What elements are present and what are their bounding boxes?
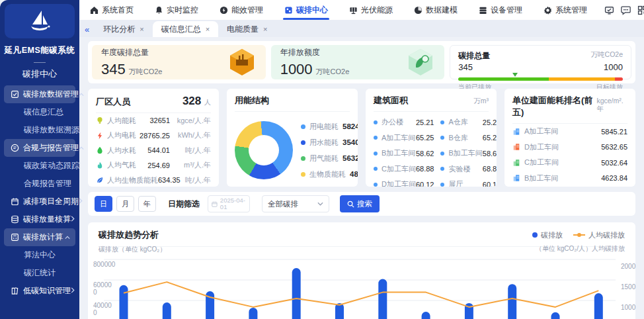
device-icon	[479, 6, 487, 15]
legend-dot-icon	[301, 140, 305, 145]
rank-value: 5032.64	[601, 159, 627, 167]
building-label: A加工车间	[382, 133, 416, 143]
period-button-日[interactable]: 日	[95, 196, 112, 212]
building-label: B仓库	[448, 133, 482, 143]
donut-legend-item-0[interactable]: 用电能耗58242kWh	[301, 118, 358, 134]
carbon-icon	[284, 6, 293, 15]
chat-icon-button[interactable]	[621, 4, 631, 16]
building-icon	[512, 143, 520, 151]
sidebar-subitem-4-0[interactable]: 算法中心	[0, 246, 79, 264]
bar-month-5[interactable]	[292, 268, 301, 319]
period-button-月[interactable]: 月	[116, 196, 134, 212]
donut-legend-item-2[interactable]: 用气能耗5632m³	[301, 150, 358, 166]
current-emission-value: 345	[458, 62, 473, 72]
donut-legend-item-1[interactable]: 用水能耗3540吨	[301, 134, 358, 150]
sidebar-subitem-1-0[interactable]: 碳政策动态跟踪	[0, 157, 79, 175]
sidebar-item-label: 碳排放计算	[23, 232, 65, 243]
building-label: B加工车间	[448, 148, 482, 158]
layout-icon-button[interactable]	[637, 4, 644, 16]
building-cell-6: C加工车间68.88	[374, 161, 434, 177]
staff-row-value: 634.35	[158, 176, 181, 184]
chart-legend-item-0[interactable]: 碳排放	[532, 230, 563, 240]
line-series[interactable]	[124, 282, 598, 307]
nav-item-label: 系统首页	[102, 5, 134, 16]
energy-donut-chart[interactable]	[235, 121, 293, 179]
sidebar-item-4[interactable]: 碳排放计算	[4, 228, 75, 246]
nav-item-label: 设备管理	[491, 5, 522, 16]
search-button[interactable]: 搜索	[340, 195, 380, 212]
close-tab-icon[interactable]: ×	[206, 25, 210, 33]
bar-month-11[interactable]	[551, 312, 560, 319]
building-value: 60.12	[483, 181, 497, 187]
nav-item-2[interactable]: 能效管理	[216, 0, 267, 20]
building-label: C加工车间	[382, 164, 416, 174]
nav-item-4[interactable]: 光伏能源	[345, 0, 397, 20]
building-value: 58.62	[483, 150, 497, 158]
building-value: 58.62	[416, 150, 434, 158]
total-emission-title: 碳排总量	[458, 50, 490, 62]
caret-up-icon	[79, 146, 84, 150]
bar-month-2[interactable]	[163, 302, 171, 319]
calendar-icon	[212, 201, 218, 208]
tab-label: 电能质量	[227, 24, 259, 35]
stat-cards-row: 年度碳排总量 345万吨CO2e 年排放额度 1000万吨CO2e	[88, 41, 635, 83]
staff-count-unit: 人	[204, 99, 211, 106]
sidebar-item-0[interactable]: 碳排放数据管理	[4, 85, 75, 103]
rank-label: C加工车间	[524, 158, 601, 167]
nav-item-3[interactable]: 碳排中心	[280, 0, 332, 20]
period-button-年[interactable]: 年	[138, 196, 156, 212]
trend-chart-title: 碳排放趋势分析	[99, 229, 159, 241]
close-tab-icon[interactable]: ×	[263, 25, 267, 33]
sidebar-item-2[interactable]: 减排项目全周期	[4, 193, 75, 210]
trend-chart-plot[interactable]	[88, 254, 635, 319]
bar-month-1[interactable]	[120, 285, 128, 319]
bar-month-12[interactable]	[594, 293, 603, 319]
collapse-tabs-icon[interactable]: «	[85, 24, 89, 34]
tab-1[interactable]: 碳信息汇总×	[153, 21, 218, 37]
sidebar-subitem-1-1[interactable]: 合规报告管理	[0, 175, 79, 193]
solar-icon	[349, 6, 358, 15]
nav-item-5[interactable]: 数据建模	[410, 0, 462, 20]
bar-month-10[interactable]	[508, 284, 516, 319]
chart-legend-item-1[interactable]: 人均碳排放	[573, 230, 625, 240]
staff-row-unit: 吨/人.年	[170, 146, 211, 156]
chart-legend-label: 碳排放	[541, 230, 563, 240]
legend-value: 4823吨	[350, 169, 358, 179]
staff-row-value: 544.01	[147, 146, 170, 154]
building-icon	[512, 174, 520, 182]
tab-0[interactable]: 环比分析×	[95, 21, 152, 37]
top-nav: 系统首页实时监控能效管理碳排中心光伏能源数据建模设备管理系统管理	[86, 0, 604, 20]
chevron-down-icon	[317, 202, 323, 206]
sidebar-subitem-0-1[interactable]: 碳排放数据溯源	[0, 121, 79, 139]
sidebar-subitem-0-0[interactable]: 碳信息汇总	[0, 103, 79, 121]
app-logo[interactable]	[5, 4, 75, 38]
sidebar-item-1[interactable]: 合规与报告管理	[4, 139, 75, 157]
caret-up-icon	[65, 236, 70, 240]
date-picker[interactable]: 2025-04-01	[208, 195, 250, 212]
building-value: 25.21	[483, 118, 497, 126]
monitor-icon-button[interactable]	[604, 4, 614, 16]
bullet-icon	[374, 120, 378, 124]
layout-icon	[637, 5, 644, 15]
nav-item-1[interactable]: 实时监控	[151, 0, 202, 20]
report-icon	[11, 144, 19, 152]
sidebar-item-3[interactable]: 碳排放量核算	[4, 210, 75, 228]
bar-month-8[interactable]	[422, 312, 430, 319]
nav-item-7[interactable]: 系统管理	[540, 0, 591, 20]
nav-item-label: 碳排中心	[296, 5, 328, 16]
right-axis-label: （单位 kgCO₂/人）人均碳排放	[526, 245, 625, 253]
legend-dot-icon	[301, 124, 305, 129]
emission-type-value: 全部碳排	[268, 199, 298, 209]
bar-month-7[interactable]	[378, 279, 387, 319]
nav-item-0[interactable]: 系统首页	[86, 0, 138, 20]
emission-type-select[interactable]: 全部碳排	[262, 195, 329, 212]
sidebar-item-5[interactable]: 低碳知识管理	[4, 282, 75, 300]
nav-item-6[interactable]: 设备管理	[475, 0, 526, 20]
donut-legend-item-3[interactable]: 生物质能耗4823吨	[301, 166, 358, 182]
rank-row-3: B加工车间4623.84	[512, 171, 627, 187]
staff-row-unit: 吨/人.年	[181, 175, 211, 185]
tab-2[interactable]: 电能质量×	[218, 21, 276, 37]
close-tab-icon[interactable]: ×	[140, 25, 143, 33]
bar-month-4[interactable]	[249, 308, 257, 319]
sidebar-subitem-4-1[interactable]: 碳汇统计	[0, 264, 79, 282]
